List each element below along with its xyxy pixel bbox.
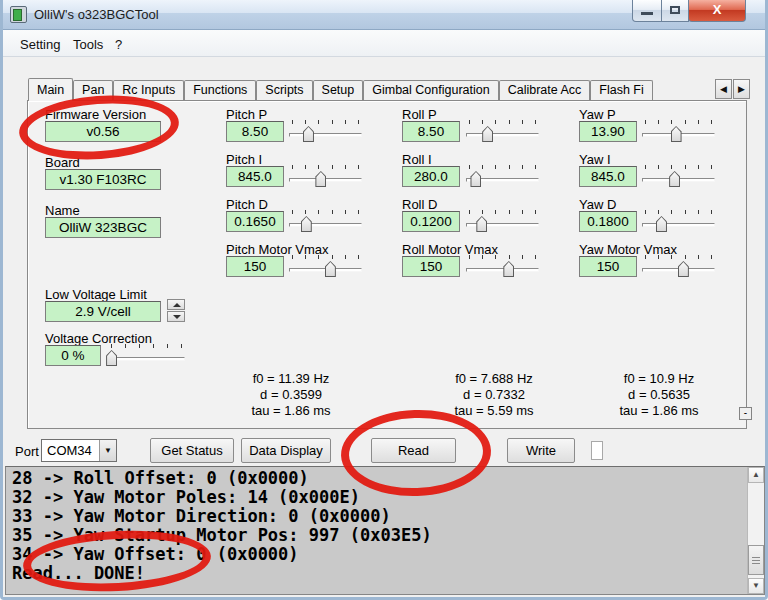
scrollbar-thumb[interactable]	[748, 545, 764, 575]
low-voltage-limit-stepper	[167, 299, 185, 323]
low-voltage-limit-field[interactable]: 2.9 V/cell	[45, 301, 161, 322]
slider-ticks	[292, 120, 359, 124]
minimize-button[interactable]	[632, 0, 662, 22]
tab-scroll-right-icon[interactable]: ▶	[733, 79, 750, 99]
yaw-f0-readout: f0 = 10.9 Hz	[574, 371, 744, 386]
pitch-motor-vmax-slider[interactable]	[289, 254, 362, 278]
progress-indicator	[591, 441, 603, 460]
yaw-d-label: Yaw D	[579, 197, 616, 212]
pitch-p-label: Pitch P	[226, 107, 267, 122]
chevron-down-icon[interactable]: ▼	[99, 440, 116, 461]
slider-thumb[interactable]	[303, 126, 314, 142]
pitch-d-field[interactable]: 0.1650	[226, 211, 284, 232]
slider-thumb[interactable]	[301, 216, 312, 232]
pitch-motor-vmax-field[interactable]: 150	[226, 256, 284, 277]
roll-i-field[interactable]: 280.0	[402, 166, 460, 187]
slider-track[interactable]	[289, 223, 362, 227]
console-scrollbar[interactable]: ▲ ▼	[747, 467, 764, 594]
pitch-d-slider[interactable]	[289, 209, 362, 233]
roll-d-field[interactable]: 0.1200	[402, 211, 460, 232]
roll-motor-vmax-field[interactable]: 150	[402, 256, 460, 277]
slider-thumb[interactable]	[482, 126, 493, 142]
voltage-correction-slider[interactable]	[108, 343, 185, 367]
slider-ticks	[469, 165, 536, 169]
yaw-d-slider[interactable]	[642, 209, 715, 233]
slider-ticks	[469, 120, 536, 124]
name-label: Name	[45, 203, 80, 218]
slider-thumb[interactable]	[106, 350, 117, 366]
slider-track[interactable]	[642, 223, 715, 227]
close-button[interactable]: X	[688, 0, 746, 22]
slider-thumb[interactable]	[678, 261, 689, 277]
pitch-i-field[interactable]: 845.0	[226, 166, 284, 187]
tab-scroll-left-icon[interactable]: ◀	[715, 79, 732, 99]
window-title: OlliW's o323BGCTool	[34, 7, 159, 22]
slider-thumb[interactable]	[503, 261, 514, 277]
yaw-i-slider[interactable]	[642, 164, 715, 188]
yaw-tau-readout: tau = 1.86 ms	[574, 403, 744, 418]
maximize-button[interactable]	[661, 0, 689, 22]
stepper-up-icon[interactable]	[167, 299, 185, 310]
write-button[interactable]: Write	[507, 438, 575, 463]
slider-thumb[interactable]	[315, 171, 326, 187]
get-status-button[interactable]: Get Status	[150, 438, 234, 463]
scroll-down-icon[interactable]: ▼	[748, 578, 764, 594]
slider-ticks	[292, 210, 359, 214]
menu-help[interactable]: ?	[111, 35, 126, 54]
slider-ticks	[645, 120, 712, 124]
tab-functions[interactable]: Functions	[184, 80, 256, 101]
name-field[interactable]: OlliW 323BGC	[45, 217, 161, 238]
yaw-p-label: Yaw P	[579, 107, 616, 122]
slider-thumb[interactable]	[476, 216, 487, 232]
tab-main[interactable]: Main	[28, 78, 73, 101]
slider-ticks	[111, 344, 182, 348]
slider-thumb[interactable]	[671, 126, 682, 142]
yaw-d-field[interactable]: 0.1800	[579, 211, 637, 232]
tab-calibrate-acc[interactable]: Calibrate Acc	[499, 80, 591, 101]
close-icon: X	[713, 2, 722, 17]
yaw-motor-vmax-field[interactable]: 150	[579, 256, 637, 277]
pitch-i-label: Pitch I	[226, 152, 262, 167]
pitch-i-slider[interactable]	[289, 164, 362, 188]
voltage-correction-field[interactable]: 0 %	[45, 345, 101, 366]
roll-d-slider[interactable]	[466, 209, 539, 233]
yaw-i-label: Yaw I	[579, 152, 611, 167]
yaw-p-field[interactable]: 13.90	[579, 121, 637, 142]
menu-bar: Setting Tools ?	[3, 30, 765, 57]
roll-i-label: Roll I	[402, 152, 432, 167]
menu-tools[interactable]: Tools	[69, 35, 107, 54]
pitch-p-slider[interactable]	[289, 119, 362, 143]
roll-p-field[interactable]: 8.50	[402, 121, 460, 142]
slider-track[interactable]	[466, 268, 539, 272]
tab-setup[interactable]: Setup	[313, 80, 364, 101]
roll-d-label: Roll D	[402, 197, 437, 212]
slider-thumb[interactable]	[325, 261, 336, 277]
stepper-down-icon[interactable]	[167, 311, 185, 322]
slider-thumb[interactable]	[470, 171, 481, 187]
yaw-p-slider[interactable]	[642, 119, 715, 143]
slider-thumb[interactable]	[669, 171, 680, 187]
roll-f0-readout: f0 = 7.688 Hz	[409, 371, 579, 386]
slider-ticks	[645, 165, 712, 169]
menu-setting[interactable]: Setting	[16, 35, 64, 54]
tab-flash-firmware[interactable]: Flash Fi	[590, 80, 652, 101]
tab-scripts[interactable]: Scripts	[256, 80, 312, 101]
slider-track[interactable]	[108, 357, 185, 361]
slider-thumb[interactable]	[656, 216, 667, 232]
yaw-i-field[interactable]: 845.0	[579, 166, 637, 187]
board-field[interactable]: v1.30 F103RC	[45, 169, 161, 190]
scroll-up-icon[interactable]: ▲	[748, 467, 764, 483]
slider-track[interactable]	[466, 133, 539, 137]
data-display-button[interactable]: Data Display	[241, 438, 331, 463]
title-bar[interactable]: OlliW's o323BGCTool X	[0, 0, 768, 30]
yaw-motor-vmax-slider[interactable]	[642, 254, 715, 278]
port-selected-value: COM34	[47, 443, 92, 458]
panel-minimize-button[interactable]: -	[739, 407, 752, 420]
port-combobox[interactable]: COM34 ▼	[41, 439, 117, 462]
tab-gimbal-configuration[interactable]: Gimbal Configuration	[363, 80, 498, 101]
roll-motor-vmax-slider[interactable]	[466, 254, 539, 278]
roll-i-slider[interactable]	[466, 164, 539, 188]
slider-track[interactable]	[289, 133, 362, 137]
roll-p-slider[interactable]	[466, 119, 539, 143]
pitch-p-field[interactable]: 8.50	[226, 121, 284, 142]
